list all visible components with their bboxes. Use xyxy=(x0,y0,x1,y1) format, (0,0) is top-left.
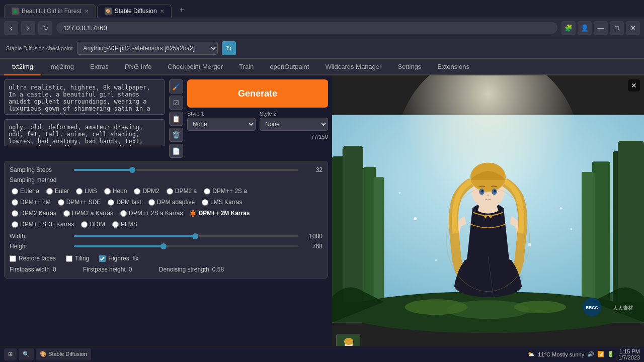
taskbar-sd-app[interactable]: 🎨 Stable Diffusion xyxy=(36,348,91,360)
method-heun[interactable]: Heun xyxy=(102,187,129,196)
app-body: Stable Diffusion checkpoint Anything-V3-… xyxy=(0,38,644,362)
tab-train[interactable]: Train xyxy=(231,59,262,75)
sampling-steps-row: Sampling Steps 32 xyxy=(10,166,323,173)
method-dpm-2m-karras[interactable]: DPM++ 2M Karras xyxy=(188,209,252,218)
tiling-checkbox[interactable] xyxy=(66,255,72,262)
checkpoint-refresh-btn[interactable]: ↻ xyxy=(222,41,236,55)
highres-fix-option[interactable]: Highres. fix xyxy=(99,255,138,262)
svg-point-22 xyxy=(489,215,492,218)
method-dpm2-karras[interactable]: DPM2 Karras xyxy=(10,209,58,218)
method-ddim[interactable]: DDIM xyxy=(79,220,107,229)
sampling-method-row4: DPM++ SDE Karras DDIM PLMS xyxy=(10,220,323,229)
method-plms[interactable]: PLMS xyxy=(110,220,139,229)
firstpass-height-label: Firstpass height xyxy=(83,266,126,273)
tab-settings[interactable]: Settings xyxy=(389,59,429,75)
generated-image: RRCG 人人素材 xyxy=(332,75,644,362)
time-display: 1:15 PM xyxy=(619,348,640,354)
width-track[interactable] xyxy=(74,235,298,237)
method-euler[interactable]: Euler xyxy=(44,187,71,196)
sampling-steps-fill xyxy=(74,169,132,171)
tab-img2img[interactable]: img2img xyxy=(41,59,82,75)
minimize-btn[interactable]: — xyxy=(594,21,608,35)
tab-close-2[interactable]: ✕ xyxy=(160,9,164,14)
paste-btn[interactable]: 📄 xyxy=(169,144,183,158)
method-dpm-sde[interactable]: DPM++ SDE xyxy=(56,198,103,207)
height-track[interactable] xyxy=(74,245,298,247)
method-dpm-2s-a[interactable]: DPM++ 2S a xyxy=(202,187,249,196)
firstpass-height-value: 0 xyxy=(129,266,149,273)
tab-favicon-2: 🎨 xyxy=(105,8,112,15)
network-icon[interactable]: 📶 xyxy=(597,351,604,357)
method-dpm-2m[interactable]: DPM++ 2M xyxy=(10,198,53,207)
battery-icon[interactable]: 🔋 xyxy=(607,351,614,357)
system-tray: ⛅ 11°C Mostly sunny 🔊 📶 🔋 xyxy=(528,351,614,357)
generate-button[interactable]: Generate xyxy=(187,79,328,108)
style1-select[interactable]: None xyxy=(187,118,256,131)
sampling-steps-track[interactable] xyxy=(74,169,298,171)
method-dpm-sde-karras[interactable]: DPM++ SDE Karras xyxy=(10,220,76,229)
taskbar-search[interactable]: 🔍 xyxy=(19,348,34,360)
tab-outpaint[interactable]: openOutpaint xyxy=(262,59,317,75)
new-tab-btn[interactable]: + xyxy=(173,3,191,18)
tab-beautiful-girl[interactable]: 🌲 Beautiful Girl in Forest ✕ xyxy=(4,4,96,18)
checkpoint-select[interactable]: Anything-V3-fp32.safetensors [625a2ba2] xyxy=(77,42,218,55)
address-bar[interactable]: 127.0.0.1:7860 xyxy=(56,22,557,34)
positive-prompt[interactable]: ultra realistic, highres, 8k wallpaper, … xyxy=(4,79,165,115)
style1-group: Style 1 None xyxy=(187,111,256,131)
method-lms[interactable]: LMS xyxy=(74,187,99,196)
tab-wildcards[interactable]: Wildcards Manager xyxy=(317,59,389,75)
sampling-steps-label: Sampling Steps xyxy=(10,166,70,173)
restore-faces-checkbox[interactable] xyxy=(10,255,16,262)
paint-brush-btn[interactable]: 🖌️ xyxy=(169,79,183,94)
checkpoint-bar: Stable Diffusion checkpoint Anything-V3-… xyxy=(0,38,644,59)
method-dpm-adaptive[interactable]: DPM adaptive xyxy=(146,198,197,207)
width-thumb[interactable] xyxy=(192,233,198,239)
tab-checkpoint-merger[interactable]: Checkpoint Merger xyxy=(159,59,231,75)
close-win-btn[interactable]: ✕ xyxy=(626,21,640,35)
method-dpm2-a[interactable]: DPM2 a xyxy=(165,187,199,196)
copy-btn[interactable]: 📋 xyxy=(169,112,183,126)
generate-area: Generate Style 1 None Style 2 None xyxy=(187,79,328,158)
tab-close-1[interactable]: ✕ xyxy=(85,9,89,14)
tab-stable-diffusion[interactable]: 🎨 Stable Diffusion ✕ xyxy=(97,4,172,18)
volume-icon[interactable]: 🔊 xyxy=(587,351,594,357)
method-lms-karras[interactable]: LMS Karras xyxy=(200,198,244,207)
denoising-label: Denoising strength xyxy=(159,266,209,273)
svg-text:RRCG: RRCG xyxy=(586,306,598,310)
method-dpm2[interactable]: DPM2 xyxy=(132,187,161,196)
tab-extras[interactable]: Extras xyxy=(82,59,117,75)
tiling-option[interactable]: Tiling xyxy=(66,255,89,262)
svg-point-36 xyxy=(344,338,353,345)
highres-fix-checkbox[interactable] xyxy=(99,255,106,262)
method-euler-a[interactable]: Euler a xyxy=(10,187,41,196)
forward-btn[interactable]: › xyxy=(21,21,35,35)
sampling-method-section: Sampling method Euler a Euler xyxy=(10,176,323,229)
height-value: 768 xyxy=(302,243,323,250)
checkbox-btn[interactable]: ☑ xyxy=(169,96,183,110)
start-button[interactable]: ⊞ xyxy=(4,348,17,360)
height-thumb[interactable] xyxy=(160,243,167,249)
method-dpm2-a-karras[interactable]: DPM2 a Karras xyxy=(61,209,115,218)
image-display: RRCG 人人素材 xyxy=(332,75,644,362)
close-image-btn[interactable]: ✕ xyxy=(628,79,640,92)
negative-prompt[interactable]: ugly, old, deformed, amateur drawing, od… xyxy=(4,119,165,146)
method-dpm-2s-a-karras[interactable]: DPM++ 2S a Karras xyxy=(118,209,185,218)
svg-point-25 xyxy=(560,207,562,209)
restore-faces-option[interactable]: Restore faces xyxy=(10,255,56,262)
maximize-btn[interactable]: □ xyxy=(610,21,624,35)
tab-extensions[interactable]: Extensions xyxy=(429,59,477,75)
profile-btn[interactable]: 👤 xyxy=(578,21,592,35)
style2-select[interactable]: None xyxy=(260,118,328,131)
tiling-label: Tiling xyxy=(75,255,89,262)
trash-btn[interactable]: 🗑️ xyxy=(169,128,183,142)
highres-fix-label: Highres. fix xyxy=(108,255,138,262)
refresh-btn[interactable]: ↻ xyxy=(38,21,52,35)
sampling-method-label: Sampling method xyxy=(10,176,323,184)
method-dpm-fast[interactable]: DPM fast xyxy=(106,198,143,207)
tab-png-info[interactable]: PNG Info xyxy=(117,59,159,75)
checkpoint-label: Stable Diffusion checkpoint xyxy=(6,45,73,51)
back-btn[interactable]: ‹ xyxy=(4,21,18,35)
tab-txt2img[interactable]: txt2img xyxy=(4,59,41,75)
sampling-steps-thumb[interactable] xyxy=(129,167,135,173)
extensions-btn[interactable]: 🧩 xyxy=(561,21,576,35)
